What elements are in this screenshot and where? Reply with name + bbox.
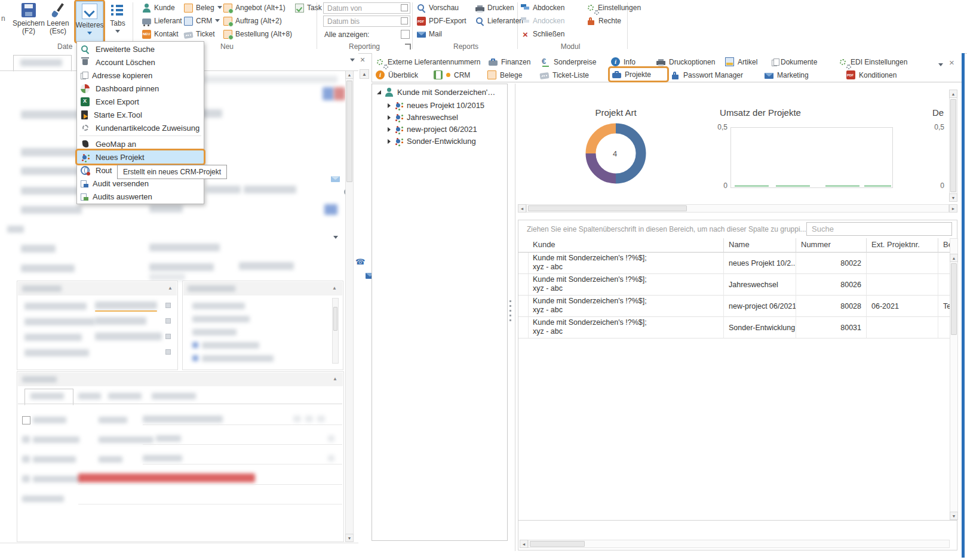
collapsed-icon[interactable] (388, 115, 391, 120)
column-header-be[interactable]: Be (938, 238, 950, 253)
bestellung-button[interactable]: Bestellung (Alt+8) (223, 28, 292, 40)
collapsed-icon[interactable] (388, 103, 391, 108)
cell-ext-projektnr[interactable] (867, 317, 938, 339)
alle-anzeigen-checkbox[interactable] (401, 30, 410, 39)
lieferanten-button[interactable]: Lieferanten (475, 15, 523, 27)
panel-close-icon[interactable]: × (949, 57, 954, 67)
cell-kunde[interactable]: Kunde mit Sonderzeichen's !?%$];xyz - ab… (528, 274, 724, 296)
left-panel-scrollbar[interactable]: ▲ ▼ (345, 70, 354, 542)
menu-item-erweiterte-suche[interactable]: Erweiterte Suche (77, 42, 204, 56)
tree-item[interactable]: Sonder-Entwicklung (388, 137, 476, 146)
collapse-icon[interactable]: ▲ (332, 285, 337, 291)
tree-item[interactable]: neues Projekt 10/2015 (388, 101, 484, 110)
row-indicator[interactable] (518, 317, 529, 339)
tab-overflow-caret-icon[interactable] (938, 63, 943, 69)
tab-scroll-up-icon[interactable]: ▲ (360, 69, 369, 79)
vorschau-button[interactable]: Vorschau (417, 2, 459, 14)
lieferant-button[interactable]: Lieferant (142, 15, 182, 27)
menu-item-adresse-kopieren[interactable]: Adresse kopieren (77, 69, 204, 82)
cell-name[interactable]: new-project 06/2021 (724, 296, 796, 317)
crm-button[interactable]: CRM (184, 15, 220, 27)
scroll-down-icon[interactable]: ▼ (950, 512, 958, 520)
save-button[interactable]: Speichern (F2) (14, 1, 43, 41)
column-header-nummer[interactable]: Nummer (796, 238, 867, 253)
tab-marketing[interactable]: Marketing (765, 69, 809, 81)
cell-ext-projektnr[interactable]: 06-2021 (867, 296, 938, 317)
datum-bis-input[interactable] (323, 16, 410, 27)
tab-passwort-manager[interactable]: Passwort Manager (671, 69, 743, 81)
scroll-left-icon[interactable]: ◄ (520, 540, 528, 548)
cell-name[interactable]: Jahreswechsel (724, 274, 796, 296)
scrollbar-thumb[interactable] (950, 99, 956, 192)
envelope-icon[interactable] (331, 176, 340, 182)
tab-dokumente[interactable]: Dokumente (772, 56, 817, 68)
tabs-button[interactable]: Tabs (106, 1, 129, 41)
scrollbar-thumb[interactable] (530, 541, 585, 547)
cell-be[interactable] (938, 253, 950, 274)
group-box-header[interactable] (18, 373, 343, 386)
ellipsis-button[interactable] (165, 318, 171, 324)
clear-button[interactable]: Leeren (Esc) (45, 1, 70, 41)
scroll-up-icon[interactable]: ▲ (950, 254, 958, 262)
tab-ticket-liste[interactable]: Ticket-Liste (540, 69, 589, 81)
collapsed-icon[interactable] (388, 127, 391, 132)
column-header-ext-projektnr[interactable]: Ext. Projektnr. (867, 238, 938, 253)
row-indicator[interactable] (518, 274, 529, 296)
charts-scrollbar-horizontal[interactable] (526, 204, 949, 213)
column-header-name[interactable]: Name (724, 238, 796, 253)
cell-kunde[interactable]: Kunde mit Sonderzeichen's !?%$];xyz - ab… (528, 296, 724, 317)
tab-ueberblick[interactable]: Überblick (376, 69, 418, 81)
tab-finanzen[interactable]: Finanzen (489, 56, 530, 68)
tab-artikel[interactable]: Artikel (725, 56, 757, 68)
row-indicator[interactable] (518, 253, 529, 274)
menu-item-dashboard-pinnen[interactable]: Dashboard pinnen (77, 82, 204, 95)
collapsed-icon[interactable] (388, 139, 391, 144)
cell-name[interactable]: Sonder-Entwicklung (724, 317, 796, 339)
cell-nummer[interactable]: 80022 (796, 253, 867, 274)
tab-druckoptionen[interactable]: Druckoptionen (656, 56, 715, 68)
calendar-icon[interactable] (401, 17, 408, 24)
cell-ext-projektnr[interactable] (867, 253, 938, 274)
kunde-button[interactable]: Kunde (142, 2, 175, 14)
tab-edi-einstellungen[interactable]: EDI Einstellungen (839, 56, 907, 68)
panel-close-icon[interactable]: × (360, 55, 365, 64)
kontakt-button[interactable]: Kontakt (142, 28, 179, 40)
scroll-down-icon[interactable]: ▼ (345, 534, 354, 542)
phone-icon[interactable]: ☎ (355, 257, 364, 266)
splitter-handle[interactable] (509, 300, 511, 324)
ellipsis-button[interactable] (165, 349, 171, 355)
rechte-button[interactable]: Rechte (587, 15, 621, 27)
menu-item-geomap-an[interactable]: GeoMap an (77, 137, 204, 150)
expanded-icon[interactable] (377, 90, 381, 94)
menu-item-excel-export[interactable]: Excel Export (77, 95, 204, 108)
cell-be[interactable]: Te (938, 296, 950, 317)
datum-von-input[interactable] (323, 2, 410, 14)
schliessen-button[interactable]: ×Schließen (521, 28, 564, 40)
scroll-left-icon[interactable]: ◄ (518, 204, 526, 213)
cell-nummer[interactable]: 80028 (796, 296, 867, 317)
scrollbar-thumb[interactable] (333, 307, 337, 331)
dialog-launcher-icon[interactable] (405, 44, 411, 50)
ellipsis-button[interactable] (165, 303, 171, 308)
tree-root-item[interactable]: Kunde mit Sonderzeichen's !?%$];, x... (377, 88, 498, 97)
tab-info[interactable]: Info (611, 56, 636, 68)
cell-kunde[interactable]: Kunde mit Sonderzeichen's !?%$];xyz - ab… (528, 317, 724, 339)
tab-externe-lieferantennummern[interactable]: Externe Lieferantennummern (376, 56, 480, 68)
tab-projekte[interactable]: Projekte (610, 68, 667, 81)
drucken-button[interactable]: Drucken (475, 2, 514, 14)
auftrag-button[interactable]: Auftrag (Alt+2) (223, 15, 282, 27)
group-by-bar[interactable]: Ziehen Sie eine Spaltenüberschrift in di… (518, 220, 957, 239)
pdf-export-button[interactable]: PDF-Export (417, 15, 466, 27)
beleg-button[interactable]: Beleg (184, 2, 222, 14)
tree-item[interactable]: new-project 06/2021 (388, 125, 477, 134)
tab-konditionen[interactable]: Konditionen (846, 69, 897, 81)
scrollbar-thumb[interactable] (528, 205, 687, 211)
ellipsis-button[interactable] (165, 334, 171, 339)
mini-scrollbar[interactable] (332, 298, 339, 364)
charts-scrollbar-vertical[interactable]: ▲ ▼ (949, 90, 957, 202)
menu-item-kundenartikelcode-zuweisung[interactable]: Kundenartikelcode Zuweisung (77, 121, 204, 134)
redacted-checkbox[interactable] (22, 416, 30, 424)
tab-crm[interactable]: CRM (434, 69, 470, 81)
cell-ext-projektnr[interactable] (867, 274, 938, 296)
ticket-button[interactable]: Ticket (184, 28, 215, 40)
